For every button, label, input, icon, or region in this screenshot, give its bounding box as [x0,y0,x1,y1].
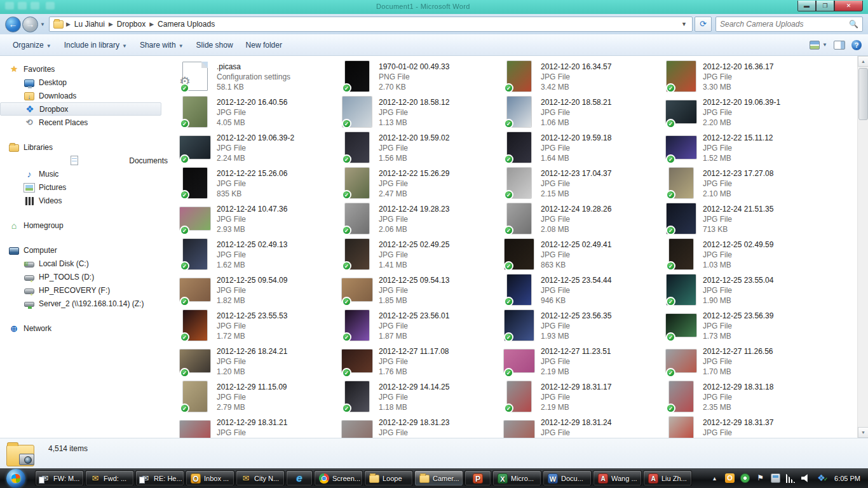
file-tile[interactable]: ✓2012-12-25 02.49.13JPG File1.62 MB [179,238,341,273]
search-box[interactable]: 🔍 [715,17,863,32]
file-tile[interactable]: ✓1970-01-02 00.49.33PNG File2.70 KB [341,60,503,95]
breadcrumb[interactable]: ▶Lu Jiahui▶Dropbox▶Camera Uploads ▼ [49,17,693,32]
tray-expand-icon[interactable] [710,473,719,483]
file-tile[interactable]: ✓2012-12-29 18.31.23JPG File [341,416,503,438]
green-app-tray-icon[interactable] [740,473,750,483]
breadcrumb-item[interactable]: Camera Uploads [155,20,217,29]
file-tile[interactable]: ✓2012-12-20 18.58.12JPG File1.13 MB [341,95,503,131]
sidebar-section-libraries[interactable]: Libraries [0,140,168,154]
forward-button[interactable]: → [22,17,38,32]
address-dropdown-icon[interactable]: ▼ [679,21,689,27]
file-tile[interactable]: ✓2012-12-20 16.40.56JPG File4.05 MB [179,95,341,131]
file-tile[interactable]: ✓2012-12-20 19.06.39-1JPG File2.20 MB [665,95,827,131]
file-tile[interactable]: ✓2012-12-26 18.24.21JPG File1.20 MB [179,344,341,380]
start-button[interactable] [6,469,25,488]
sidebar-item-music[interactable]: Music [0,167,168,180]
dropbox-tray-icon[interactable] [817,473,826,483]
file-tile[interactable]: ✓2012-12-25 02.49.59JPG File1.03 MB [665,238,827,273]
breadcrumb-separator-icon[interactable]: ▶ [107,21,114,27]
toolbar-item-include-in-library[interactable]: Include in library▼ [58,37,133,53]
preview-pane-button[interactable] [834,41,845,50]
file-tile[interactable]: ✓2012-12-24 19.28.23JPG File2.06 MB [341,202,503,238]
file-tile[interactable]: ✓2012-12-23 17.04.37JPG File2.15 MB [503,166,665,202]
search-input[interactable] [716,20,845,29]
file-tile[interactable]: ✓2012-12-25 02.49.41JPG File863 KB [503,238,665,273]
file-tile[interactable]: ✓2012-12-29 18.31.24JPG File [503,416,665,438]
restore-button[interactable]: ❐ [816,1,834,11]
file-tile[interactable]: ✓2012-12-29 18.31.18JPG File2.35 MB [665,380,827,416]
file-tile[interactable]: ✓2012-12-25 09.54.09JPG File1.82 MB [179,273,341,309]
close-button[interactable]: ✕ [834,1,863,11]
file-tile[interactable]: ✓2012-12-22 15.26.06JPG File835 KB [179,166,341,202]
network-signal-icon[interactable] [786,473,796,483]
tray-device-icon[interactable] [771,473,780,483]
change-view-button[interactable]: ▼ [810,41,827,50]
file-tile[interactable]: ✓2012-12-20 16.36.17JPG File3.30 MB [665,60,827,95]
taskbar-button-fwd[interactable]: Fwd: ... [85,470,134,486]
file-tile[interactable]: ✓2012-12-23 17.27.08JPG File2.10 MB [665,166,827,202]
outlook-tray-icon[interactable]: O [725,473,735,483]
toolbar-item-new-folder[interactable]: New folder [240,37,288,53]
taskbar-button-micro[interactable]: XMicro... [492,470,541,486]
taskbar-button-loope[interactable]: Loope [364,470,413,486]
history-dropdown-icon[interactable]: ▼ [40,22,45,27]
file-tile[interactable]: ✓2012-12-20 19.59.18JPG File1.64 MB [503,131,665,166]
vertical-scrollbar[interactable]: ▲ ▼ [857,56,868,438]
taskbar-button-wang[interactable]: AWang ... [593,470,642,486]
breadcrumb-item[interactable]: Dropbox [114,20,148,29]
scrollbar-thumb[interactable] [858,68,868,120]
sidebar-section-computer[interactable]: Computer [0,243,168,257]
taskbar-button-liu-zh[interactable]: ALiu Zh... [643,470,692,486]
sidebar-item-documents[interactable]: Documents [0,154,168,167]
file-tile[interactable]: ✓2012-12-24 10.47.36JPG File2.93 MB [179,202,341,238]
file-tile[interactable]: ✓2012-12-29 18.31.17JPG File2.19 MB [503,380,665,416]
sidebar-item-hp-tools-d[interactable]: HP_TOOLS (D:) [0,270,168,283]
sidebar-item-hp-recovery-f[interactable]: HP_RECOVERY (F:) [0,283,168,297]
taskbar-button-fw-m[interactable]: FW: M... [35,470,84,486]
taskbar-button-ppt[interactable]: P [465,470,491,486]
sidebar-section-homegroup[interactable]: Homegroup [0,219,168,232]
file-tile[interactable]: ✓2012-12-27 11.26.56JPG File1.70 MB [665,344,827,380]
back-button[interactable]: ← [5,17,21,32]
taskbar-button-city-n[interactable]: City N... [236,470,285,486]
sidebar-item-recent-places[interactable]: Recent Places [0,116,168,129]
toolbar-item-slide-show[interactable]: Slide show [190,37,240,53]
sidebar-item-server-2-192-168-10-14-z[interactable]: Server_2 (\\192.168.10.14) (Z:) [0,297,168,310]
file-tile[interactable]: ✓2012-12-29 18.31.21JPG File [179,416,341,438]
file-tile[interactable]: ✓2012-12-25 09.54.13JPG File1.85 MB [341,273,503,309]
sidebar-section-network[interactable]: Network [0,322,168,335]
file-tile[interactable]: ✓.picasaConfiguration settings58.1 KB [179,60,341,95]
file-tile[interactable]: ✓2012-12-29 14.14.25JPG File1.18 MB [341,380,503,416]
file-tile[interactable]: ✓2012-12-25 02.49.25JPG File1.41 MB [341,238,503,273]
file-tile[interactable]: ✓2012-12-20 19.59.02JPG File1.56 MB [341,131,503,166]
file-tile[interactable]: ✓2012-12-20 19.06.39-2JPG File2.24 MB [179,131,341,166]
taskbar-button-docu[interactable]: WDocu... [543,470,592,486]
scroll-down-icon[interactable]: ▼ [858,427,868,438]
sidebar-item-desktop[interactable]: Desktop [0,76,168,89]
sidebar-item-downloads[interactable]: Downloads [0,89,168,102]
file-tile[interactable]: ✓2012-12-25 23.55.53JPG File1.72 MB [179,309,341,344]
clock[interactable]: 6:05 PM [834,475,860,482]
sidebar-item-local-disk-c[interactable]: Local Disk (C:) [0,257,168,270]
breadcrumb-separator-icon[interactable]: ▶ [148,21,155,27]
file-tile[interactable]: ✓2012-12-24 19.28.26JPG File2.08 MB [503,202,665,238]
search-icon[interactable]: 🔍 [845,20,862,29]
action-center-flag-icon[interactable] [756,473,765,483]
file-tile[interactable]: ✓2012-12-22 15.11.12JPG File1.52 MB [665,131,827,166]
sidebar-item-pictures[interactable]: Pictures [0,180,168,194]
file-tile[interactable]: ✓2012-12-25 23.54.44JPG File946 KB [503,273,665,309]
toolbar-item-organize[interactable]: Organize▼ [6,37,58,53]
file-tile[interactable]: ✓2012-12-20 16.34.57JPG File3.42 MB [503,60,665,95]
sidebar-item-videos[interactable]: Videos [0,194,168,207]
help-button[interactable]: ? [851,40,862,50]
file-tile[interactable]: ✓2012-12-22 15.26.29JPG File2.47 MB [341,166,503,202]
taskbar-button-re-he[interactable]: RE: He... [135,470,184,486]
breadcrumb-item[interactable]: Lu Jiahui [72,20,107,29]
sidebar-item-dropbox[interactable]: Dropbox [0,102,161,116]
file-tile[interactable]: ✓2012-12-24 21.51.35JPG File713 KB [665,202,827,238]
breadcrumb-separator-icon[interactable]: ▶ [65,21,72,27]
taskbar-button-ie[interactable] [286,470,313,486]
scroll-up-icon[interactable]: ▲ [858,56,868,67]
file-tile[interactable]: ✓2012-12-20 18.58.21JPG File1.06 MB [503,95,665,131]
taskbar-button-inbox[interactable]: OInbox ... [186,470,234,486]
